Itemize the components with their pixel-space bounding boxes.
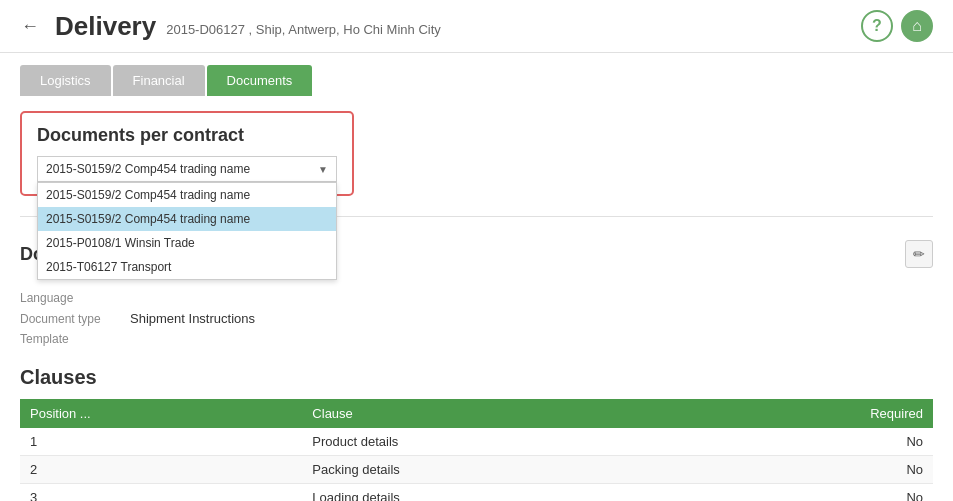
cell-required: No bbox=[678, 428, 933, 456]
col-clause: Clause bbox=[302, 399, 678, 428]
dropdown-option-1[interactable]: 2015-S0159/2 Comp454 trading name bbox=[38, 183, 336, 207]
cell-clause: Product details bbox=[302, 428, 678, 456]
contract-dropdown-options: 2015-S0159/2 Comp454 trading name 2015-S… bbox=[37, 182, 337, 280]
col-position: Position ... bbox=[20, 399, 302, 428]
document-generator-fields: Language Document type Shipment Instruct… bbox=[20, 291, 933, 346]
template-label: Template bbox=[20, 332, 130, 346]
page-title: Delivery bbox=[55, 11, 156, 42]
docs-per-contract-section: Documents per contract 2015-S0159/2 Comp… bbox=[20, 111, 354, 196]
tab-financial[interactable]: Financial bbox=[113, 65, 205, 96]
contract-dropdown-trigger[interactable]: 2015-S0159/2 Comp454 trading name ▼ bbox=[37, 156, 337, 182]
cell-clause: Packing details bbox=[302, 456, 678, 484]
language-label: Language bbox=[20, 291, 130, 305]
cell-position: 2 bbox=[20, 456, 302, 484]
template-field-row: Template bbox=[20, 332, 933, 346]
document-type-field-row: Document type Shipment Instructions bbox=[20, 311, 933, 326]
tab-logistics[interactable]: Logistics bbox=[20, 65, 111, 96]
cell-required: No bbox=[678, 484, 933, 502]
clauses-title: Clauses bbox=[20, 366, 933, 389]
back-button[interactable]: ← bbox=[15, 11, 45, 41]
table-row: 2 Packing details No bbox=[20, 456, 933, 484]
main-content: Documents per contract 2015-S0159/2 Comp… bbox=[0, 96, 953, 501]
dropdown-option-3[interactable]: 2015-P0108/1 Winsin Trade bbox=[38, 231, 336, 255]
edit-button[interactable]: ✏ bbox=[905, 240, 933, 268]
help-button[interactable]: ? bbox=[861, 10, 893, 42]
language-field-row: Language bbox=[20, 291, 933, 305]
cell-clause: Loading details bbox=[302, 484, 678, 502]
tab-documents[interactable]: Documents bbox=[207, 65, 313, 96]
cell-required: No bbox=[678, 456, 933, 484]
clauses-table: Position ... Clause Required 1 Product d… bbox=[20, 399, 933, 501]
contract-dropdown[interactable]: 2015-S0159/2 Comp454 trading name ▼ 2015… bbox=[37, 156, 337, 182]
home-button[interactable]: ⌂ bbox=[901, 10, 933, 42]
pencil-icon: ✏ bbox=[913, 246, 925, 262]
contract-dropdown-value: 2015-S0159/2 Comp454 trading name bbox=[46, 162, 250, 176]
back-icon: ← bbox=[21, 16, 39, 37]
page-header: ← Delivery 2015-D06127 , Ship, Antwerp, … bbox=[0, 0, 953, 53]
dropdown-option-4[interactable]: 2015-T06127 Transport bbox=[38, 255, 336, 279]
docs-per-contract-title: Documents per contract bbox=[37, 125, 337, 146]
cell-position: 3 bbox=[20, 484, 302, 502]
page-subtitle: 2015-D06127 , Ship, Antwerp, Ho Chi Minh… bbox=[166, 22, 441, 37]
document-type-value: Shipment Instructions bbox=[130, 311, 255, 326]
table-row: 3 Loading details No bbox=[20, 484, 933, 502]
chevron-down-icon: ▼ bbox=[318, 164, 328, 175]
table-row: 1 Product details No bbox=[20, 428, 933, 456]
tab-bar: Logistics Financial Documents bbox=[0, 53, 953, 96]
clauses-table-header: Position ... Clause Required bbox=[20, 399, 933, 428]
header-actions: ? ⌂ bbox=[861, 10, 933, 42]
col-required: Required bbox=[678, 399, 933, 428]
cell-position: 1 bbox=[20, 428, 302, 456]
home-icon: ⌂ bbox=[912, 17, 922, 35]
document-type-label: Document type bbox=[20, 312, 130, 326]
help-icon: ? bbox=[872, 17, 882, 35]
dropdown-option-2[interactable]: 2015-S0159/2 Comp454 trading name bbox=[38, 207, 336, 231]
